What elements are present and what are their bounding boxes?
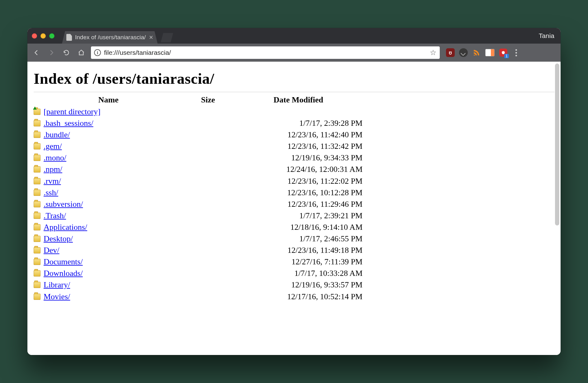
date-cell: 12/18/16, 9:14:10 AM [233, 221, 364, 233]
table-row: .subversion/12/23/16, 11:29:46 PM [34, 198, 364, 210]
date-cell: 12/23/16, 11:29:46 PM [233, 198, 364, 210]
directory-link[interactable]: .npm/ [44, 165, 62, 174]
folder-icon [34, 201, 40, 207]
size-cell [183, 233, 233, 244]
directory-link[interactable]: Downloads/ [44, 269, 83, 278]
folder-icon [34, 155, 40, 161]
date-cell: 12/17/16, 10:52:14 PM [233, 291, 364, 302]
date-cell: 12/19/16, 9:34:33 PM [233, 152, 364, 163]
browser-menu-button[interactable] [512, 49, 520, 56]
site-info-icon[interactable]: i [94, 49, 101, 56]
new-tab-button[interactable] [161, 33, 173, 42]
size-cell [183, 210, 233, 221]
directory-listing-page: Index of /users/taniarascia/ Name Size D… [27, 62, 561, 355]
size-cell [183, 279, 233, 291]
column-header-name[interactable]: Name [34, 93, 183, 106]
date-cell: 1/7/17, 2:39:28 PM [233, 117, 364, 129]
folder-icon [34, 247, 40, 253]
table-row: Documents/12/27/16, 7:11:39 PM [34, 256, 364, 267]
size-cell [183, 267, 233, 279]
table-row: .bundle/12/23/16, 11:42:40 PM [34, 129, 364, 140]
reload-button[interactable] [61, 47, 72, 58]
back-button[interactable] [31, 47, 42, 58]
window-controls [32, 33, 55, 39]
column-header-date[interactable]: Date Modified [233, 93, 364, 106]
bookmark-star-icon[interactable]: ☆ [430, 48, 437, 57]
extension-lastpass-icon[interactable]: 1 [499, 48, 508, 57]
size-cell [183, 291, 233, 302]
table-row: .npm/12/24/16, 12:00:31 AM [34, 163, 364, 175]
window-close-button[interactable] [32, 33, 37, 39]
column-header-size[interactable]: Size [183, 93, 233, 106]
directory-link[interactable]: .gem/ [44, 142, 62, 151]
table-row: .bash_sessions/1/7/17, 2:39:28 PM [34, 117, 364, 129]
toolbar: i ☆ 1 [27, 44, 561, 62]
date-cell: 1/7/17, 2:46:55 PM [233, 233, 364, 244]
forward-button[interactable] [46, 47, 57, 58]
parent-directory-row: [parent directory] [34, 106, 364, 117]
table-row: Movies/12/17/16, 10:52:14 PM [34, 291, 364, 302]
folder-icon [34, 294, 40, 300]
date-cell: 12/23/16, 11:32:42 PM [233, 140, 364, 152]
table-row: .gem/12/23/16, 11:32:42 PM [34, 140, 364, 152]
url-input[interactable] [104, 49, 427, 56]
folder-icon [34, 282, 40, 288]
size-cell [183, 187, 233, 198]
browser-tab[interactable]: Index of /users/taniarascia/ ✕ [62, 31, 158, 44]
window-minimize-button[interactable] [40, 33, 46, 39]
page-viewport: Index of /users/taniarascia/ Name Size D… [27, 62, 561, 355]
directory-link[interactable]: .bundle/ [44, 130, 70, 139]
date-cell: 12/27/16, 7:11:39 PM [233, 256, 364, 267]
directory-link[interactable]: .rvm/ [44, 177, 61, 186]
size-cell [183, 175, 233, 187]
extensions: 1 [446, 48, 520, 57]
table-row: Library/12/19/16, 9:33:57 PM [34, 279, 364, 291]
directory-link[interactable]: Applications/ [44, 223, 87, 232]
directory-link[interactable]: .subversion/ [44, 200, 83, 209]
directory-link[interactable]: Documents/ [44, 257, 83, 266]
size-cell [183, 117, 233, 129]
address-bar[interactable]: i ☆ [91, 46, 440, 59]
parent-directory-link[interactable]: [parent directory] [44, 107, 101, 116]
file-icon [66, 34, 72, 41]
directory-link[interactable]: Library/ [44, 280, 70, 289]
directory-link[interactable]: .ssh/ [44, 188, 58, 197]
tab-close-button[interactable]: ✕ [149, 34, 153, 41]
table-row: Dev/12/23/16, 11:49:18 PM [34, 244, 364, 256]
folder-icon [34, 178, 40, 184]
size-cell [183, 221, 233, 233]
size-cell [183, 140, 233, 152]
table-header-row: Name Size Date Modified [34, 93, 364, 106]
directory-link[interactable]: Desktop/ [44, 234, 73, 243]
size-cell [183, 256, 233, 267]
browser-window: Index of /users/taniarascia/ ✕ Tania i ☆ [27, 28, 561, 355]
directory-link[interactable]: Movies/ [44, 292, 70, 301]
window-zoom-button[interactable] [49, 33, 55, 39]
folder-icon [34, 132, 40, 138]
folder-icon [34, 166, 40, 173]
date-cell: 12/23/16, 11:49:18 PM [233, 244, 364, 256]
home-button[interactable] [76, 47, 87, 58]
directory-link[interactable]: Dev/ [44, 246, 59, 255]
size-cell [183, 163, 233, 175]
size-cell [183, 129, 233, 140]
date-cell: 1/7/17, 10:33:28 AM [233, 267, 364, 279]
directory-link[interactable]: .bash_sessions/ [44, 119, 93, 128]
profile-name[interactable]: Tania [539, 28, 554, 44]
scrollbar[interactable] [555, 64, 559, 225]
table-row: .ssh/12/23/16, 10:12:28 PM [34, 187, 364, 198]
directory-link[interactable]: .mono/ [44, 153, 66, 162]
size-cell [183, 244, 233, 256]
table-row: Downloads/1/7/17, 10:33:28 AM [34, 267, 364, 279]
directory-link[interactable]: .Trash/ [44, 211, 66, 220]
directory-table: Name Size Date Modified [parent director… [34, 93, 364, 302]
folder-icon [34, 236, 40, 242]
extension-ublock-icon[interactable] [446, 48, 455, 57]
folder-icon [34, 270, 40, 277]
extension-pocket-icon[interactable] [459, 48, 468, 57]
extension-notes-icon[interactable] [485, 49, 495, 56]
table-row: .rvm/12/23/16, 11:22:02 PM [34, 175, 364, 187]
extension-rss-icon[interactable] [472, 48, 481, 57]
folder-icon [34, 213, 40, 219]
table-row: .Trash/1/7/17, 2:39:21 PM [34, 210, 364, 221]
